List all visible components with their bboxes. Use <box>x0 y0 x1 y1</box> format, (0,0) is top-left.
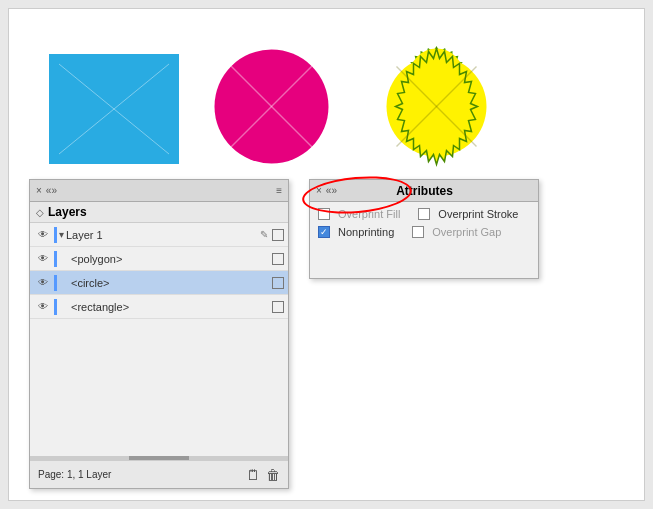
circle-name: <circle> <box>71 277 268 289</box>
attributes-panel: × «» Attributes Overprint Fill Overprint… <box>309 179 539 279</box>
layer-circle-row[interactable]: 👁 <circle> <box>30 271 288 295</box>
blue-rectangle[interactable] <box>49 54 179 164</box>
nonprinting-checkbox[interactable] <box>318 226 330 238</box>
new-layer-icon[interactable]: 🗒 <box>246 467 260 483</box>
polygon-box-icon <box>272 253 284 265</box>
footer-page-text: Page: 1, 1 Layer <box>38 469 111 480</box>
layers-panel-menu[interactable]: ≡ <box>276 185 282 196</box>
nonprinting-label: Nonprinting <box>338 226 394 238</box>
main-canvas: × «» ≡ ◇ Layers 👁 ▾ Layer 1 ✎ 👁 <box>8 8 645 501</box>
polygon-eye-icon[interactable]: 👁 <box>34 253 52 264</box>
layer1-color-bar <box>54 227 57 243</box>
overprint-gap-checkbox[interactable] <box>412 226 424 238</box>
layers-panel-expand[interactable]: «» <box>46 185 57 196</box>
footer-icons: 🗒 🗑 <box>246 467 280 483</box>
rectangle-color-bar <box>54 299 57 315</box>
magenta-circle[interactable] <box>214 49 329 164</box>
layers-header: ◇ Layers <box>30 202 288 223</box>
layers-diamond-icon: ◇ <box>36 207 44 218</box>
attr-row-1: Overprint Fill Overprint Stroke <box>318 208 530 220</box>
shapes-area <box>29 39 649 199</box>
overprint-fill-label: Overprint Fill <box>338 208 400 220</box>
layer1-expand-arrow[interactable]: ▾ <box>59 229 64 240</box>
yellow-starburst[interactable] <box>374 44 499 169</box>
attributes-expand[interactable]: «» <box>326 185 337 196</box>
overprint-gap-label: Overprint Gap <box>432 226 501 238</box>
layer1-edit-icon[interactable]: ✎ <box>260 229 268 240</box>
delete-layer-icon[interactable]: 🗑 <box>266 467 280 483</box>
layers-panel-title: Layers <box>48 205 87 219</box>
rectangle-name: <rectangle> <box>71 301 268 313</box>
rectangle-eye-icon[interactable]: 👁 <box>34 301 52 312</box>
circle-box-icon <box>272 277 284 289</box>
rectangle-box-icon <box>272 301 284 313</box>
layer1-eye-icon[interactable]: 👁 <box>34 229 52 240</box>
polygon-color-bar <box>54 251 57 267</box>
attributes-title-text: Attributes <box>396 184 453 198</box>
attributes-close[interactable]: × <box>316 185 322 196</box>
attributes-body: Overprint Fill Overprint Stroke Nonprint… <box>310 202 538 250</box>
overprint-stroke-checkbox[interactable] <box>418 208 430 220</box>
canvas-area: × «» ≡ ◇ Layers 👁 ▾ Layer 1 ✎ 👁 <box>0 0 653 509</box>
layers-panel-footer: Page: 1, 1 Layer 🗒 🗑 <box>30 460 288 488</box>
overprint-fill-checkbox[interactable] <box>318 208 330 220</box>
layers-panel-close[interactable]: × <box>36 185 42 196</box>
attributes-title-left: × «» <box>316 185 337 196</box>
layer-1-row[interactable]: 👁 ▾ Layer 1 ✎ <box>30 223 288 247</box>
circle-eye-icon[interactable]: 👁 <box>34 277 52 288</box>
layer-rectangle-row[interactable]: 👁 <rectangle> <box>30 295 288 319</box>
layer1-name: Layer 1 <box>66 229 260 241</box>
overprint-stroke-label: Overprint Stroke <box>438 208 518 220</box>
attributes-titlebar: × «» Attributes <box>310 180 538 202</box>
circle-color-bar <box>54 275 57 291</box>
layers-panel: × «» ≡ ◇ Layers 👁 ▾ Layer 1 ✎ 👁 <box>29 179 289 489</box>
layers-panel-titlebar: × «» ≡ <box>30 180 288 202</box>
attr-row-2: Nonprinting Overprint Gap <box>318 226 530 238</box>
layer-polygon-row[interactable]: 👁 <polygon> <box>30 247 288 271</box>
layers-panel-title-left: × «» <box>36 185 57 196</box>
layer1-box-icon <box>272 229 284 241</box>
polygon-name: <polygon> <box>71 253 268 265</box>
